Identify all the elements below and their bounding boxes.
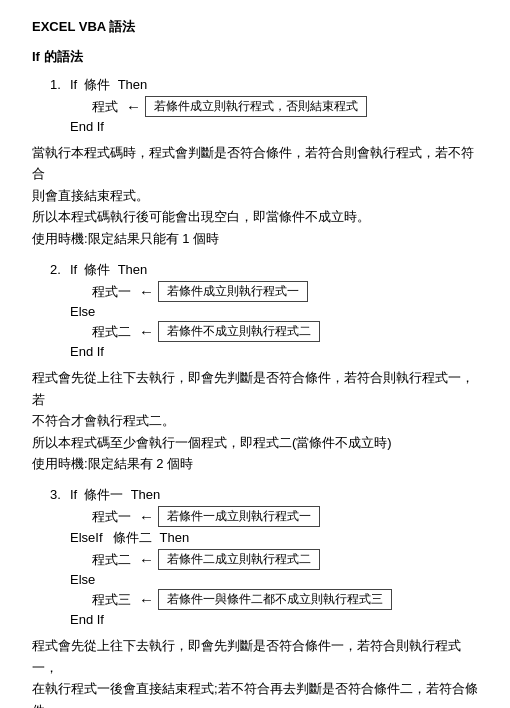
code-line-endif-2: End If — [70, 344, 320, 359]
annotation-box-1: 若條件成立則執行程式，否則結束程式 — [145, 96, 367, 117]
item-1: 1. If 條件 Then 程式 ← 若條件成立則執行程式，否則結束程式 End… — [32, 74, 478, 249]
code-line-program-2a: 程式一 ← 若條件成立則執行程式一 — [92, 281, 320, 302]
item-2-num: 2. — [50, 262, 68, 277]
item-3: 3. If 條件一 Then 程式一 ← 若條件一成立則執行程式一 ElseIf… — [32, 484, 478, 708]
annotation-box-2b: 若條件不成立則執行程式二 — [158, 321, 320, 342]
arrow-icon-2a: ← — [139, 283, 154, 300]
code-line-program-3b: 程式二 ← 若條件二成立則執行程式二 — [92, 549, 392, 570]
code-line-program-3c: 程式三 ← 若條件一與條件二都不成立則執行程式三 — [92, 589, 392, 610]
item-3-num: 3. — [50, 487, 68, 502]
item-1-num: 1. — [50, 77, 68, 92]
section-title: If 的語法 — [32, 48, 478, 66]
code-line-endif-1: End If — [70, 119, 367, 134]
code-line-if-then-2: If 條件 Then — [70, 261, 320, 279]
code-line-if-then-3: If 條件一 Then — [70, 486, 392, 504]
code-line-endif-3: End If — [70, 612, 392, 627]
code-line-else-3: Else — [70, 572, 392, 587]
desc-3: 程式會先從上往下去執行，即會先判斷是否符合條件一，若符合則執行程式一， 在執行程… — [32, 635, 478, 708]
arrow-icon-3a: ← — [139, 508, 154, 525]
page-title: EXCEL VBA 語法 — [32, 18, 478, 36]
code-line-program-1: 程式 ← 若條件成立則執行程式，否則結束程式 — [92, 96, 367, 117]
code-line-elseif-3: ElseIf 條件二 Then — [70, 529, 392, 547]
annotation-box-3b: 若條件二成立則執行程式二 — [158, 549, 320, 570]
annotation-box-3c: 若條件一與條件二都不成立則執行程式三 — [158, 589, 392, 610]
desc-2: 程式會先從上往下去執行，即會先判斷是否符合條件，若符合則執行程式一，若 不符合才… — [32, 367, 478, 474]
arrow-icon-3c: ← — [139, 591, 154, 608]
arrow-icon-1: ← — [126, 98, 141, 115]
item-2: 2. If 條件 Then 程式一 ← 若條件成立則執行程式一 Else 程式二… — [32, 259, 478, 474]
code-line-if-then-1: If 條件 Then — [70, 76, 367, 94]
annotation-box-3a: 若條件一成立則執行程式一 — [158, 506, 320, 527]
desc-1: 當執行本程式碼時，程式會判斷是否符合條件，若符合則會執行程式，若不符合 則會直接… — [32, 142, 478, 249]
code-line-else-2: Else — [70, 304, 320, 319]
code-line-program-3a: 程式一 ← 若條件一成立則執行程式一 — [92, 506, 392, 527]
code-line-program-2b: 程式二 ← 若條件不成立則執行程式二 — [92, 321, 320, 342]
annotation-box-2a: 若條件成立則執行程式一 — [158, 281, 308, 302]
arrow-icon-3b: ← — [139, 551, 154, 568]
arrow-icon-2b: ← — [139, 323, 154, 340]
